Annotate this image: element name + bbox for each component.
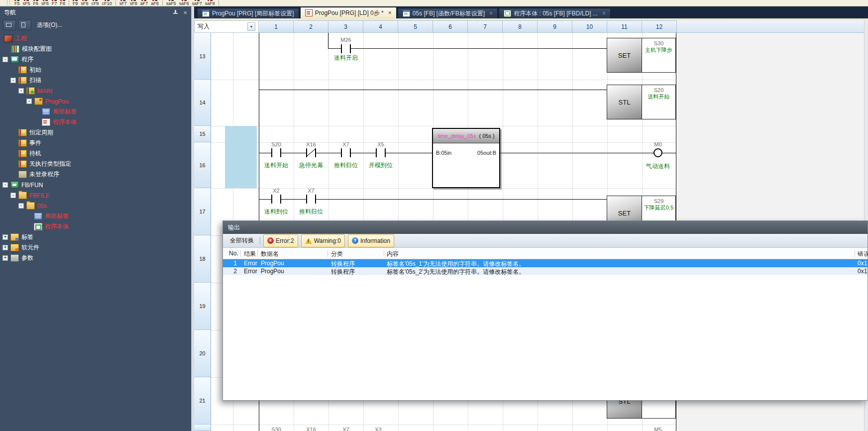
coil-m0[interactable] bbox=[653, 148, 662, 157]
toolbar-button-cf9[interactable]: cF9 bbox=[92, 0, 99, 6]
function-block-time-delay[interactable]: time_delay_05s ( 05s ) B:05in 05out:B bbox=[432, 128, 500, 188]
pin-icon[interactable] bbox=[173, 9, 178, 15]
instruction-set-s30[interactable]: SET S30 主机下降步 bbox=[607, 38, 676, 73]
tree-item-project[interactable]: 工程 bbox=[0, 33, 191, 44]
toolbar-button-saf6[interactable]: saF6 bbox=[179, 0, 189, 6]
navigation-titlebar[interactable]: 导航 × bbox=[0, 6, 191, 18]
row-number-22[interactable] bbox=[194, 425, 211, 431]
tree-item-program-body[interactable]: 程序本体 bbox=[0, 117, 191, 127]
row-number-15[interactable]: 15 bbox=[194, 126, 211, 142]
tab-close-icon[interactable]: × bbox=[388, 9, 392, 16]
header-result[interactable]: 结果 bbox=[244, 250, 256, 258]
contact-x5[interactable] bbox=[376, 148, 386, 157]
contact-x16-nc[interactable] bbox=[306, 148, 316, 157]
tab-close-icon[interactable]: × bbox=[489, 10, 493, 17]
row-number-13[interactable]: 13 bbox=[194, 33, 211, 80]
header-content[interactable]: 内容 bbox=[387, 250, 399, 258]
expander-icon[interactable]: + bbox=[2, 234, 8, 240]
row-number-18[interactable]: 18 bbox=[194, 235, 211, 283]
header-no[interactable]: No. bbox=[229, 250, 238, 257]
tree-item-device[interactable]: +软元件 bbox=[0, 242, 191, 253]
header-data-name[interactable]: 数据名 bbox=[261, 250, 279, 258]
contact-x2[interactable] bbox=[271, 195, 281, 204]
warning-filter-button[interactable]: Warning:0 bbox=[301, 234, 345, 247]
tree-item-local-label[interactable]: 局部标签 bbox=[0, 107, 191, 117]
contact-m26[interactable] bbox=[341, 44, 351, 53]
tab-close-icon[interactable]: × bbox=[602, 10, 606, 17]
error-row-2[interactable]: 2 Error ProgPou 转换程序 标签名'05s_2'为无法使用的字符串… bbox=[223, 267, 868, 275]
tree-item-scan[interactable]: -扫描 bbox=[0, 75, 191, 86]
expander-icon[interactable]: - bbox=[10, 193, 16, 198]
row-number-21[interactable]: 21 bbox=[194, 377, 211, 425]
toolbar-button-sf6[interactable]: sF6 bbox=[41, 0, 49, 6]
tree-item-05s-program-body[interactable]: 程序本体 bbox=[0, 221, 191, 232]
edit-mode-combo[interactable]: 写入 ▼ bbox=[194, 20, 259, 33]
tree-item-05s-local-label[interactable]: 局部标签 bbox=[0, 211, 191, 221]
contact-x7[interactable] bbox=[341, 148, 351, 157]
tree-item-fbfile[interactable]: -FBFILE bbox=[0, 190, 191, 201]
toolbar-button-f6[interactable]: F6 bbox=[33, 0, 39, 6]
toolbar-button-f5[interactable]: F5 bbox=[14, 0, 20, 6]
toolbar-grip[interactable] bbox=[7, 0, 10, 5]
toolbar-button-sf9[interactable]: sF9 bbox=[81, 0, 89, 6]
header-error-code[interactable]: 错误代码 bbox=[858, 250, 868, 258]
toolbar-button-f9[interactable]: F9 bbox=[73, 0, 78, 6]
expander-icon[interactable]: - bbox=[2, 57, 8, 62]
tree-item-parameter[interactable]: +参数 bbox=[0, 253, 191, 263]
row-number-17[interactable]: 17 bbox=[194, 188, 211, 235]
collapse-view-button[interactable] bbox=[18, 20, 31, 30]
tree-item-module-config[interactable]: 模块配置图 bbox=[0, 44, 191, 54]
tree-item-unregistered[interactable]: 未登录程序 bbox=[0, 169, 191, 180]
tab-05s-fbd-body[interactable]: 程序本体 : 05s [FB] [FBD/LD] ... × bbox=[499, 8, 611, 18]
tree-item-standby[interactable]: 待机 bbox=[0, 148, 191, 159]
error-filter-button[interactable]: × Error:2 bbox=[263, 234, 298, 247]
toolbar-button-saf5[interactable]: saF5 bbox=[166, 0, 176, 6]
tab-progpou-ld-active[interactable]: ProgPou [PRG] [LD] 0步 * × bbox=[300, 7, 397, 18]
chevron-down-icon[interactable]: ▼ bbox=[247, 22, 255, 31]
convert-all-button[interactable]: 全部转换 bbox=[227, 235, 257, 246]
expander-icon[interactable]: + bbox=[2, 255, 8, 261]
toolbar-button-sf7[interactable]: sF7 bbox=[119, 0, 127, 6]
tree-view-button[interactable] bbox=[3, 20, 16, 30]
information-filter-button[interactable]: ? Information bbox=[348, 234, 394, 247]
tree-item-event[interactable]: 事件 bbox=[0, 138, 191, 148]
tree-item-label[interactable]: +标签 bbox=[0, 232, 191, 242]
tree-item-progpou[interactable]: -ProgPou bbox=[0, 96, 191, 107]
tree-item-program[interactable]: -程序 bbox=[0, 54, 191, 65]
tree-item-initial[interactable]: 初始 bbox=[0, 65, 191, 75]
toolbar-button-af7[interactable]: aF7 bbox=[140, 0, 148, 6]
contact-s20[interactable] bbox=[271, 148, 281, 157]
tree-item-05s[interactable]: -05s bbox=[0, 201, 191, 211]
expander-icon[interactable]: - bbox=[2, 182, 8, 188]
tree-item-fixed-cycle[interactable]: 恒定周期 bbox=[0, 127, 191, 138]
toolbar-button-saf8[interactable]: saF8 bbox=[205, 0, 215, 6]
tab-progpou-local-label[interactable]: ProgPou [PRG] [局部标签设置] bbox=[197, 8, 299, 18]
expander-icon[interactable]: - bbox=[26, 99, 32, 104]
close-icon[interactable]: × bbox=[183, 9, 187, 16]
output-titlebar[interactable]: 输出 bbox=[223, 221, 868, 234]
row-number-20[interactable]: 20 bbox=[194, 330, 211, 377]
tree-item-fbfun[interactable]: -FB/FUN bbox=[0, 180, 191, 190]
toolbar-button-sf8[interactable]: sF8 bbox=[130, 0, 137, 6]
toolbar-button-af8[interactable]: aF8 bbox=[151, 0, 159, 6]
toolbar-button-f8[interactable]: F8 bbox=[60, 0, 66, 6]
options-menu[interactable]: 选项(O)... bbox=[37, 21, 62, 29]
tab-05s-fb-label[interactable]: 05s [FB] [函数/FB标签设置] × bbox=[398, 8, 498, 18]
expander-icon[interactable]: - bbox=[18, 88, 24, 94]
toolbar-button-saf7[interactable]: saF7 bbox=[192, 0, 202, 6]
instruction-stl-s20[interactable]: STL S20 送料开始 bbox=[607, 85, 676, 119]
expander-icon[interactable]: + bbox=[2, 245, 8, 250]
expander-icon[interactable]: - bbox=[18, 203, 24, 209]
toolbar-button-sf5[interactable]: sF5 bbox=[23, 0, 30, 6]
tree-item-no-exec-type[interactable]: 无执行类型指定 bbox=[0, 159, 191, 169]
row-number-19[interactable]: 19 bbox=[194, 283, 211, 330]
toolbar-button-f7[interactable]: F7 bbox=[52, 0, 57, 6]
tree-item-main[interactable]: -MAIN bbox=[0, 86, 191, 96]
toolbar-button-cf10[interactable]: cF10 bbox=[102, 0, 112, 6]
error-row-1[interactable]: 1 Error ProgPou 转换程序 标签名'05s_1'为无法使用的字符串… bbox=[223, 259, 868, 267]
contact-x7[interactable] bbox=[306, 195, 316, 204]
expander-icon[interactable]: - bbox=[10, 78, 16, 83]
row-number-14[interactable]: 14 bbox=[194, 80, 211, 126]
row-number-16[interactable]: 16 bbox=[194, 142, 211, 188]
header-category[interactable]: 分类 bbox=[331, 250, 343, 258]
